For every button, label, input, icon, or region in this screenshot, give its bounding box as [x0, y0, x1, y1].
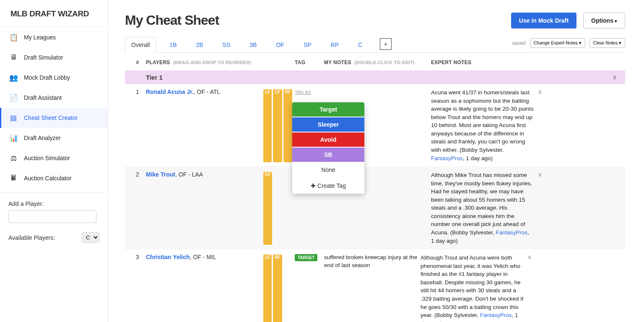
- calculator-icon: 🖩: [9, 174, 18, 182]
- document-icon: 📄: [9, 93, 18, 102]
- tab-sp[interactable]: SP: [298, 37, 317, 52]
- col-tag: TAG: [295, 60, 324, 65]
- remove-row-button[interactable]: x: [523, 254, 536, 322]
- tab-c[interactable]: C: [352, 37, 368, 52]
- nav-draft-simulator[interactable]: 🖥Draft Simulator: [0, 47, 108, 68]
- position-badge: LF: [263, 89, 272, 162]
- list-icon: ▤: [9, 114, 18, 122]
- nav-label: Cheat Sheet Creator: [24, 114, 78, 121]
- expert-note: Although Mike Trout has missed some time…: [431, 171, 534, 245]
- tag-option-avoid[interactable]: Avoid: [292, 132, 364, 148]
- player-name[interactable]: Ronald Acuna Jr.: [146, 88, 194, 95]
- position-badge: RF: [283, 89, 292, 162]
- nav-label: Draft Assistant: [24, 94, 62, 101]
- position-badge: RF: [273, 254, 282, 322]
- change-expert-notes-button[interactable]: Change Expert Notes: [530, 38, 585, 48]
- nav-mock-draft-lobby[interactable]: 👥Mock Draft Lobby: [0, 68, 108, 88]
- create-tag-button[interactable]: ✚ Create Tag: [292, 178, 364, 194]
- nav-auction-simulator[interactable]: ⚖Auction Simulator: [0, 148, 108, 168]
- tab-rp[interactable]: RP: [325, 37, 345, 52]
- tag-popover: Target Sleeper Avoid SB None ✚ Create Ta…: [292, 102, 364, 194]
- position-tabs: Overall 1B 2B SS 3B OF SP RP C +: [125, 37, 392, 52]
- nav-auction-calculator[interactable]: 🖩Auction Calculator: [0, 168, 108, 188]
- source-link[interactable]: FantasyPros: [431, 155, 463, 161]
- tab-3b[interactable]: 3B: [244, 37, 262, 52]
- tab-1b[interactable]: 1B: [164, 37, 182, 52]
- available-players-select[interactable]: C: [82, 232, 99, 243]
- expert-note: Acuna went 41/37 in homers/steals last s…: [431, 88, 534, 162]
- plus-icon: ✚: [311, 182, 317, 189]
- col-number: #: [129, 60, 146, 65]
- source-link[interactable]: FantasyPros: [480, 312, 512, 318]
- position-badge: CF: [263, 172, 272, 245]
- tier-label: Tier 1: [146, 74, 295, 81]
- row-number: 3: [129, 254, 146, 322]
- table-row[interactable]: 2 Mike Trout, OF - LAA CF Although Mike …: [125, 167, 625, 249]
- tier-row[interactable]: Tier 1 x: [125, 70, 625, 84]
- clear-notes-button[interactable]: Clear Notes: [589, 38, 625, 48]
- tab-ss[interactable]: SS: [217, 37, 236, 52]
- tag-badge[interactable]: TARGET: [295, 254, 317, 261]
- sidebar-nav: 📋My Leagues 🖥Draft Simulator 👥Mock Draft…: [0, 27, 108, 188]
- table-row[interactable]: 1 Ronald Acuna Jr., OF - ATL LF CF RF TA…: [125, 84, 625, 167]
- nav-draft-assistant[interactable]: 📄Draft Assistant: [0, 88, 108, 108]
- clipboard-icon: 📋: [9, 33, 18, 42]
- add-tab-button[interactable]: +: [380, 38, 392, 50]
- tab-2b[interactable]: 2B: [190, 37, 209, 52]
- tag-option-sleeper[interactable]: Sleeper: [292, 117, 364, 132]
- tag-option-none[interactable]: None: [292, 163, 364, 178]
- saved-status: saved: [512, 40, 526, 46]
- nav-label: Draft Simulator: [24, 54, 63, 61]
- col-players: PLAYERS (DRAG-AND-DROP TO REORDER): [146, 60, 295, 65]
- my-note[interactable]: suffered broken kneecap injury at the en…: [324, 254, 421, 322]
- add-player-input[interactable]: [8, 210, 96, 223]
- tag-option-target[interactable]: Target: [292, 102, 364, 117]
- nav-my-leagues[interactable]: 📋My Leagues: [0, 27, 108, 47]
- table-row[interactable]: 3 Christian Yelich, OF - MIL LF RF TARGE…: [125, 249, 625, 322]
- gavel-icon: ⚖: [9, 154, 18, 162]
- player-name[interactable]: Mike Trout: [146, 171, 175, 178]
- tag-as-trigger[interactable]: TAG AS: [295, 90, 311, 95]
- player-name[interactable]: Christian Yelich: [146, 254, 190, 260]
- row-number: 1: [129, 88, 146, 162]
- nav-cheat-sheet-creator[interactable]: ▤Cheat Sheet Creator: [0, 108, 108, 128]
- tab-of[interactable]: OF: [270, 37, 290, 52]
- col-notes: MY NOTES (DOUBLE-CLICK TO EDIT): [324, 60, 431, 65]
- expert-note: Although Trout and Acuna were both pheno…: [421, 254, 523, 322]
- people-icon: 👥: [9, 73, 18, 82]
- table-header: # PLAYERS (DRAG-AND-DROP TO REORDER) TAG…: [125, 53, 625, 70]
- col-expert: EXPERT NOTES: [431, 60, 608, 65]
- nav-draft-analyzer[interactable]: 📊Draft Analyzer: [0, 128, 108, 148]
- brand-title: MLB DRAFT WIZARD: [0, 0, 108, 27]
- remove-row-button[interactable]: x: [534, 88, 546, 162]
- tab-overall[interactable]: Overall: [125, 37, 156, 53]
- use-in-mock-draft-button[interactable]: Use in Mock Draft: [511, 13, 576, 29]
- position-badge: CF: [273, 89, 282, 162]
- options-button[interactable]: Options: [583, 13, 625, 29]
- plus-icon: +: [384, 41, 387, 47]
- player-meta: , OF - LAA: [175, 171, 203, 178]
- nav-label: My Leagues: [24, 34, 56, 41]
- chart-icon: 📊: [9, 134, 18, 142]
- page-title: My Cheat Sheet: [125, 13, 219, 28]
- add-player-label: Add a Player:: [8, 200, 99, 207]
- remove-row-button[interactable]: x: [534, 171, 546, 245]
- tier-remove-button[interactable]: x: [608, 74, 621, 81]
- nav-label: Auction Calculator: [24, 175, 72, 182]
- nav-label: Mock Draft Lobby: [24, 74, 70, 81]
- position-badge: LF: [263, 254, 272, 322]
- nav-label: Draft Analyzer: [24, 135, 61, 141]
- player-meta: , OF - ATL: [194, 88, 221, 95]
- nav-label: Auction Simulator: [24, 155, 70, 161]
- monitor-icon: 🖥: [9, 53, 18, 62]
- player-meta: , OF - MIL: [190, 254, 216, 260]
- row-number: 2: [129, 171, 146, 245]
- tag-option-sb[interactable]: SB: [292, 148, 364, 163]
- available-players-label: Available Players:: [8, 234, 55, 241]
- source-link[interactable]: FantasyPros: [496, 229, 528, 236]
